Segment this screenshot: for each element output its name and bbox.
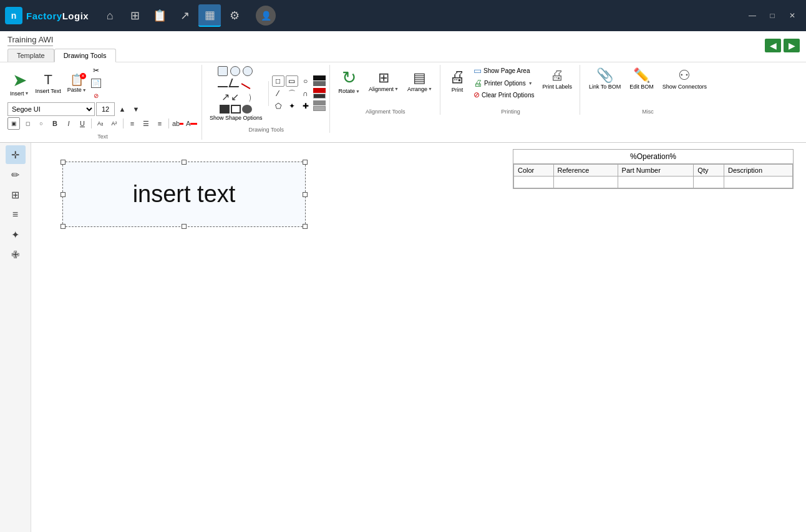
format-box2[interactable]: ◻ [21,117,34,130]
show-connectors-icon: ⚇ [678,67,691,84]
color-swatch-gray[interactable] [313,100,326,105]
show-connectors-button[interactable]: ⚇ Show Connectors [659,65,711,93]
print-button[interactable]: 🖨 Print [445,65,469,100]
move-tool[interactable]: ✙ [6,245,26,264]
alignment-icon: ⊞ [378,70,389,86]
arrow-tool1[interactable]: ↗ [221,91,230,104]
close-button[interactable]: ✕ [784,9,801,22]
alignment-button[interactable]: ⊞ Alignment▼ [365,67,402,95]
nav-forward-arrow[interactable]: ▶ [784,39,800,52]
select-tool[interactable]: ✛ [6,145,26,164]
arc-shape[interactable]: ∩ [299,88,312,99]
paste-button[interactable]: 📋✕ Paste▼ [65,72,89,94]
color-swatch-mid[interactable] [313,81,326,86]
insert-text-button[interactable]: T Insert Text [32,70,63,96]
star-tool[interactable]: ✦ [6,225,26,244]
border-tool[interactable] [231,105,241,114]
nav-arrow[interactable]: ↗ [173,4,196,27]
print-labels-icon: 🖨 [550,67,564,84]
nav-back-arrow[interactable]: ◀ [765,39,781,52]
color-swatch-dark[interactable] [313,75,326,80]
handle-tr[interactable] [303,160,308,165]
align-right[interactable]: ≡ [153,117,166,130]
circle-shape[interactable]: ○ [299,75,312,87]
square-shape[interactable]: □ [272,75,284,87]
alignment-group-label: Alignment Tools [366,106,405,115]
cut-icon[interactable]: ✂ [90,65,102,76]
curve-shape[interactable]: ⌒ [286,88,298,99]
nav-home[interactable]: ⌂ [99,4,121,27]
align-tool[interactable]: ≡ [6,205,26,224]
circle-tool[interactable] [242,105,252,114]
delete-icon[interactable]: ⊘ [90,90,102,101]
edit-bom-button[interactable]: ✏️ Edit BOM [626,65,658,92]
arrow-tool2[interactable]: ↙ [231,91,239,104]
printer-options-label: Printer Options [484,80,526,87]
grid-tool[interactable]: ⊞ [6,185,26,204]
app-logo[interactable]: n FactoryLogix [5,7,89,24]
handle-mr[interactable] [303,192,308,197]
italic-btn[interactable]: I [62,117,75,130]
copy-icon[interactable]: 📄 [90,77,102,89]
font-select[interactable]: Segoe UI Arial Times New Roman [7,102,95,116]
font-color[interactable]: A [185,117,198,130]
link-bom-button[interactable]: 📎 Link To BOM [585,65,624,93]
color-swatch-light[interactable] [313,106,326,111]
insert-text-content[interactable]: insert text [67,167,301,222]
rotate-button[interactable]: ↻ Rotate▼ [335,65,364,97]
handle-br[interactable] [303,224,308,229]
bold-btn[interactable]: B [49,117,61,130]
handle-tl[interactable] [61,160,66,165]
star-shape[interactable]: ✦ [286,100,298,112]
handle-ml[interactable] [61,192,66,197]
align-sub[interactable]: A₂ [94,117,107,130]
printer-options-button[interactable]: 🖨 Printer Options ▼ [472,77,536,89]
cross-shape[interactable]: ✚ [299,100,312,112]
font-size-increase[interactable]: ▲ [116,103,129,115]
ribbon-format-row: ▣ ◻ ○ B I U A₂ A² ≡ ☰ ≡ ab A [7,117,198,130]
insert-label: Insert▼ [10,90,29,97]
line-shape[interactable]: ⁄ [272,88,284,99]
arrow-tool3[interactable]: ⌒ [239,93,252,103]
user-avatar[interactable]: 👤 [256,6,276,26]
shapes-row1: □ ▭ ○ [272,75,326,87]
pencil-tool[interactable]: ✏ [6,165,26,184]
maximize-button[interactable]: □ [764,9,781,22]
align-left[interactable]: ≡ [126,117,138,130]
handle-bl[interactable] [61,224,66,229]
show-page-area-button[interactable]: ▭ Show Page Area [472,65,536,76]
edit-bom-label: Edit BOM [629,84,654,90]
text-box-container[interactable]: insert text [62,162,306,227]
nav-table[interactable]: ▦ [198,4,221,27]
pentagon-shape[interactable]: ⬠ [272,100,284,112]
drawing-tools-row: ↗ ↙ ⌒ Show Shape Options [207,65,326,123]
tab-template[interactable]: Template [7,49,54,62]
show-shape-options-button[interactable]: ↗ ↙ ⌒ Show Shape Options [207,65,265,123]
insert-button[interactable]: ➤ Insert▼ [7,69,31,98]
arrange-button[interactable]: ▤ Arrange▼ [404,67,436,95]
handle-bm[interactable] [182,224,187,229]
nav-clipboard[interactable]: 📋 [148,4,171,27]
print-labels-button[interactable]: 🖨 Print Labels [538,65,576,100]
font-size-input[interactable] [96,102,115,116]
rounded-rect-shape[interactable]: ▭ [286,75,298,87]
fill-tool[interactable] [220,105,230,114]
bom-empty-row [514,177,793,188]
clear-print-button[interactable]: ⊘ Clear Print Options [472,90,536,100]
handle-tm[interactable] [182,160,187,165]
color-swatch-red[interactable] [313,88,326,93]
minimize-button[interactable]: — [744,9,761,22]
format-box1[interactable]: ▣ [7,117,20,130]
highlight-color[interactable]: ab [172,117,184,130]
nav-settings[interactable]: ⚙ [223,4,246,27]
canvas[interactable]: insert text %Operation% Color Reference … [31,143,806,532]
nav-grid[interactable]: ⊞ [124,4,146,27]
format-box3[interactable]: ○ [35,117,47,130]
underline-btn[interactable]: U [76,117,89,130]
align-center[interactable]: ☰ [140,117,152,130]
printing-group-label: Printing [501,106,520,115]
color-swatch-border[interactable] [313,94,326,99]
font-size-decrease[interactable]: ▼ [130,103,142,115]
align-super[interactable]: A² [108,117,120,130]
tab-drawing-tools[interactable]: Drawing Tools [54,49,116,62]
